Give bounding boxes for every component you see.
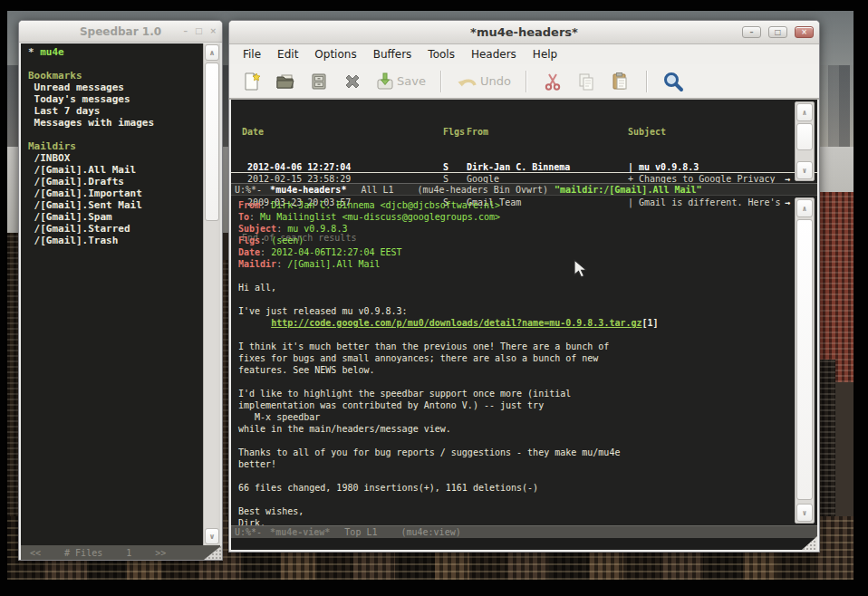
copy-button[interactable] (574, 70, 598, 93)
search-button[interactable] (661, 70, 685, 93)
paste-button[interactable] (608, 70, 632, 93)
speedbar-statusbar: << # Files 1 >> (21, 545, 220, 560)
save-button[interactable]: Save (374, 71, 426, 92)
field-colon: : (260, 247, 271, 257)
scroll-down-button[interactable]: ∨ (796, 161, 813, 179)
modeline-position: Top L1 (344, 527, 377, 537)
menu-bar: FileEditOptionsBuffersToolsHeadersHelp (229, 44, 819, 64)
open-file-button[interactable] (274, 70, 297, 93)
speedbar-item[interactable]: Messages with images (28, 117, 203, 129)
delete-button[interactable] (341, 70, 364, 93)
field-value: (seen) (271, 236, 304, 245)
speedbar-item[interactable]: /[Gmail].All Mail (28, 164, 203, 176)
scrollbar-thumb[interactable] (796, 219, 813, 500)
speedbar-item[interactable]: Last 7 days (28, 105, 203, 117)
cut-button[interactable] (541, 70, 564, 93)
toolbar: Save Undo (229, 64, 819, 100)
speedbar-root-item[interactable]: * mu4e (28, 46, 203, 58)
menu-headers[interactable]: Headers (463, 46, 525, 62)
screen: Speedbar 1.0 – □ × * mu4e Bookmarks Unre… (0, 0, 868, 596)
speedbar-content: * mu4e Bookmarks Unread messages Today's… (21, 43, 220, 545)
message-body-line: http://code.google.com/p/mu0/downloads/d… (238, 317, 790, 329)
field-value: Dirk-Jan C. Binnema <djcb@djcbsoftware.n… (271, 200, 500, 210)
message-body-line: I've just released mu v0.9.8.3: (238, 305, 790, 317)
menu-options[interactable]: Options (306, 46, 364, 62)
speedbar-status-right[interactable]: >> (155, 548, 166, 558)
header-date: 2012-04-06 12:27:04 (242, 161, 443, 172)
field-colon: : (260, 236, 271, 245)
column-flags[interactable]: Flgs (443, 126, 467, 138)
speedbar-item[interactable]: Unread messages (28, 82, 203, 93)
message-field: To: Mu Mailinglist <mu-discuss@googlegro… (238, 211, 790, 223)
message-body-line: implementation was contributed by Antono… (238, 399, 790, 411)
close-button[interactable]: × (795, 26, 814, 38)
window-title: *mu4e-headers* (470, 25, 578, 39)
menu-edit[interactable]: Edit (269, 46, 306, 62)
scroll-up-button[interactable]: ∧ (205, 44, 219, 61)
search-icon (661, 70, 685, 93)
speedbar-section-label: Maildirs (28, 140, 203, 152)
clipboard-icon (609, 71, 631, 92)
header-row[interactable]: 2012-04-06 12:27:04SDirk-Jan C. Binnema|… (231, 161, 817, 173)
field-value: mu v0.9.8.3 (287, 224, 347, 234)
emacs-titlebar[interactable]: *mu4e-headers* – □ × (229, 21, 819, 44)
maximize-button[interactable]: □ (768, 26, 787, 38)
new-file-button[interactable] (240, 70, 264, 93)
speedbar-item[interactable]: Today's messages (28, 93, 203, 105)
modeline-search-query: "maildir:/[Gmail].All Mail" (555, 185, 702, 195)
speedbar-status-left[interactable]: << (30, 548, 41, 558)
speedbar-item[interactable]: /[Gmail].Important (28, 187, 203, 199)
speedbar-status-label: # Files (64, 548, 102, 558)
echo-area[interactable] (231, 538, 817, 550)
message-body-line: M-x speedbar (238, 411, 790, 423)
speedbar-item[interactable]: /INBOX (28, 152, 203, 164)
message-body-line: Dirk. (238, 517, 790, 525)
menu-file[interactable]: File (235, 46, 269, 62)
column-date[interactable]: Date (242, 126, 443, 138)
menu-buffers[interactable]: Buffers (365, 46, 420, 62)
save-as-button[interactable] (307, 70, 331, 93)
scrollbar-thumb[interactable] (796, 123, 813, 150)
view-modeline: U:%*- *mu4e-view* Top L1 (mu4e:view) (231, 525, 817, 538)
scrollbar-thumb[interactable] (205, 62, 219, 221)
menu-help[interactable]: Help (525, 46, 565, 62)
field-colon: : (276, 224, 287, 234)
emacs-content: Date Flgs From Subject 2012-04-06 12:27:… (231, 100, 817, 550)
scroll-up-button[interactable]: ∧ (796, 199, 813, 217)
speedbar-item[interactable]: /[Gmail].Drafts (28, 176, 203, 187)
headers-scrollbar[interactable]: ∧ ∨ (795, 101, 815, 181)
scroll-up-button[interactable]: ∧ (796, 103, 813, 121)
view-scrollbar[interactable]: ∧ ∨ (795, 197, 815, 524)
message-field: Subject: mu v0.9.8.3 (238, 223, 790, 235)
field-value: Mu Mailinglist <mu-discuss@googlegroups.… (260, 212, 500, 222)
close-button[interactable]: × (209, 27, 217, 35)
speedbar-item[interactable]: /[Gmail].Spam (28, 211, 203, 223)
maximize-button[interactable]: □ (195, 27, 203, 35)
field-label: Date (238, 247, 260, 257)
speedbar-item[interactable]: /[Gmail].Sent Mail (28, 199, 203, 211)
minimize-button[interactable]: – (183, 27, 188, 35)
speedbar-scrollbar[interactable]: ∧ ∨ (203, 43, 220, 545)
scroll-down-button[interactable]: ∨ (796, 504, 813, 522)
minimize-button[interactable]: – (742, 26, 761, 38)
message-link[interactable]: http://code.google.com/p/mu0/downloads/d… (271, 318, 641, 328)
speedbar-item[interactable]: /[Gmail].Starred (28, 223, 203, 235)
modeline-position: All L1 (361, 185, 393, 195)
speedbar-item[interactable]: /[Gmail].Trash (28, 235, 203, 246)
undo-button[interactable]: Undo (456, 71, 511, 92)
message-field: From: Dirk-Jan C. Binnema <djcb@djcbsoft… (238, 199, 790, 211)
modeline-prefix: U:%*- (235, 185, 262, 195)
speedbar-titlebar[interactable]: Speedbar 1.0 – □ × (19, 21, 222, 43)
toolbar-separator (440, 71, 441, 92)
menu-tools[interactable]: Tools (420, 46, 463, 62)
mu4e-view-pane: From: Dirk-Jan C. Binnema <djcb@djcbsoft… (231, 196, 817, 525)
emacs-window: *mu4e-headers* – □ × FileEditOptionsBuff… (228, 20, 820, 553)
speedbar-list: * mu4e Bookmarks Unread messages Today's… (21, 43, 203, 545)
scroll-down-button[interactable]: ∨ (205, 528, 219, 544)
open-folder-icon (275, 71, 296, 92)
column-subject[interactable]: Subject (628, 126, 790, 138)
expand-marker-icon[interactable]: * (28, 46, 40, 58)
message-body-line: I think it's much better than the previo… (238, 341, 790, 352)
column-from[interactable]: From (467, 126, 628, 138)
message-body-line (238, 293, 790, 305)
